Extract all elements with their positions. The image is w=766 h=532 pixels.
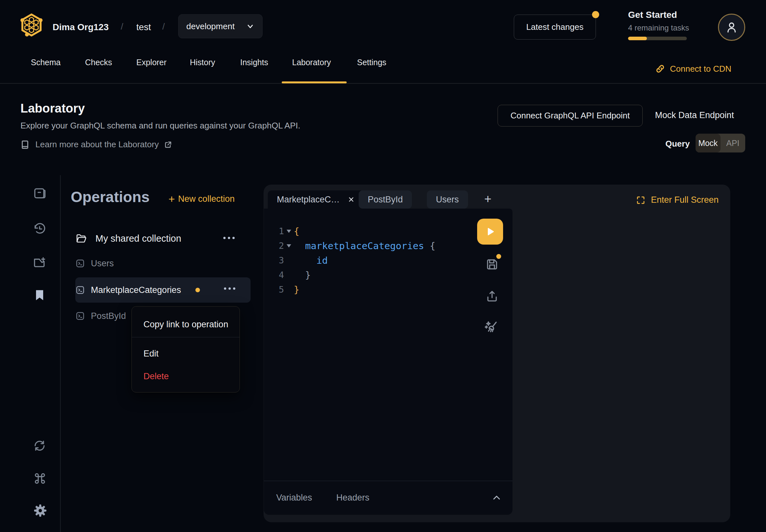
tab-insights[interactable]: Insights [240, 42, 268, 83]
hive-logo-icon[interactable] [19, 13, 43, 37]
laboratory-editor-panel: MarketplaceC… PostById Users + Enter Ful… [263, 185, 730, 522]
operation-terminal-icon [75, 259, 85, 268]
menu-divider [132, 337, 239, 337]
rail-divider [60, 175, 61, 532]
menu-item-copy-link[interactable]: Copy link to operation [143, 320, 228, 330]
settings-gear-icon[interactable] [32, 503, 47, 517]
learn-more-label: Learn more about the Laboratory [35, 139, 159, 150]
editor-tab-label: PostById [368, 195, 403, 205]
operation-terminal-icon [75, 311, 85, 321]
add-tab-button[interactable]: + [484, 192, 492, 205]
plus-icon: + [168, 193, 175, 204]
menu-item-edit[interactable]: Edit [143, 349, 159, 359]
enter-fullscreen-button[interactable]: Enter Full Screen [636, 195, 719, 205]
folder-add-icon[interactable] [32, 256, 47, 270]
user-avatar[interactable] [718, 14, 745, 41]
editor-tab-postbyid[interactable]: PostById [359, 190, 412, 209]
breadcrumb-org[interactable]: Dima Org123 [53, 22, 109, 32]
save-icon[interactable] [485, 257, 499, 272]
command-key-icon[interactable] [32, 471, 47, 485]
collection-menu-button[interactable] [223, 237, 235, 239]
operation-item-marketplacecategories[interactable]: MarketplaceCategories [75, 281, 250, 299]
code-line: 5 } [273, 282, 299, 297]
fullscreen-label: Enter Full Screen [651, 195, 719, 205]
line-number: 1 [273, 226, 284, 236]
editor-tab-marketplace[interactable]: MarketplaceC… [268, 190, 364, 209]
fullscreen-corners-icon [636, 195, 646, 205]
editor-tab-users[interactable]: Users [427, 190, 468, 209]
query-mode-toggle: Mock API [696, 134, 745, 152]
environment-selected: development [186, 21, 235, 31]
operation-menu-button[interactable] [224, 287, 235, 290]
folder-open-icon [75, 233, 87, 244]
learn-more-link[interactable]: Learn more about the Laboratory [20, 139, 172, 150]
hive-laboratory-page: Dima Org123 / test / development Latest … [0, 0, 766, 532]
operation-context-menu: Copy link to operation Edit Delete [131, 306, 240, 393]
book-icon [20, 140, 30, 150]
editor-bottom-bar: Variables Headers [264, 481, 513, 515]
prettify-broom-icon[interactable] [483, 319, 500, 335]
latest-changes-button[interactable]: Latest changes [514, 15, 596, 40]
get-started-title[interactable]: Get Started [628, 10, 677, 20]
fold-arrow-icon[interactable] [284, 244, 294, 248]
operation-label: MarketplaceCategories [91, 285, 181, 295]
tab-checks[interactable]: Checks [85, 42, 112, 83]
code-token: } [294, 270, 310, 281]
headers-tab[interactable]: Headers [336, 493, 369, 503]
connect-to-cdn-link[interactable]: Connect to CDN [655, 64, 731, 74]
operation-item-users[interactable]: Users [75, 254, 250, 272]
menu-item-delete[interactable]: Delete [143, 371, 169, 381]
chevron-up-icon[interactable] [491, 492, 502, 503]
code-token: id [294, 255, 328, 266]
code-token: } [294, 284, 299, 295]
get-started-progress [628, 37, 687, 40]
tab-history[interactable]: History [190, 42, 215, 83]
share-operation-icon[interactable] [485, 289, 499, 303]
fold-arrow-icon[interactable] [284, 230, 294, 233]
get-started-subtitle: 4 remaining tasks [628, 23, 689, 32]
tab-settings[interactable]: Settings [357, 42, 386, 83]
tab-laboratory[interactable]: Laboratory [292, 42, 331, 83]
active-tab-underline [282, 81, 346, 83]
unsaved-dot [496, 254, 501, 259]
tab-explorer[interactable]: Explorer [136, 42, 166, 83]
line-number: 3 [273, 255, 284, 265]
close-icon[interactable] [347, 196, 355, 203]
history-clock-icon[interactable] [32, 222, 47, 236]
operations-archive-icon[interactable] [32, 186, 47, 200]
mock-data-endpoint-button[interactable]: Mock Data Endpoint [655, 110, 734, 120]
bookmark-icon[interactable] [32, 288, 47, 302]
page-description: Explore your GraphQL schema and run quer… [20, 121, 300, 131]
editor-tab-label: MarketplaceC… [277, 195, 340, 205]
connect-graphql-endpoint-button[interactable]: Connect GraphQL API Endpoint [498, 105, 643, 127]
environment-dropdown[interactable]: development [178, 14, 262, 38]
line-number: 5 [273, 284, 284, 295]
breadcrumb-separator: / [162, 21, 165, 32]
new-collection-button[interactable]: + New collection [168, 193, 235, 204]
code-token: { [294, 226, 299, 237]
unsaved-dot [195, 288, 200, 292]
code-token: { [424, 240, 436, 251]
code-line: 1 { [273, 224, 299, 238]
connect-to-cdn-label: Connect to CDN [670, 64, 731, 74]
new-collection-label: New collection [178, 194, 235, 204]
operation-terminal-icon [75, 285, 85, 295]
page-title: Laboratory [20, 102, 85, 115]
notification-dot [592, 11, 599, 18]
progress-fill [628, 37, 647, 40]
run-query-button[interactable] [477, 219, 503, 245]
query-mode-label: Query [665, 139, 690, 149]
variables-tab[interactable]: Variables [276, 493, 312, 503]
query-editor[interactable]: 1 { 2 marketplaceCategories { 3 id 4 } [264, 209, 513, 515]
breadcrumb-project[interactable]: test [136, 22, 151, 32]
sync-icon[interactable] [32, 439, 47, 453]
external-link-icon [164, 140, 172, 149]
main-nav: Schema Checks Explorer History Insights … [0, 42, 766, 84]
tab-schema[interactable]: Schema [31, 42, 61, 83]
operation-label: PostById [91, 311, 126, 321]
toggle-option-api[interactable]: API [721, 134, 746, 152]
line-number: 2 [273, 241, 284, 251]
link-icon [655, 64, 665, 74]
line-number: 4 [273, 270, 284, 280]
toggle-option-mock[interactable]: Mock [696, 134, 721, 152]
